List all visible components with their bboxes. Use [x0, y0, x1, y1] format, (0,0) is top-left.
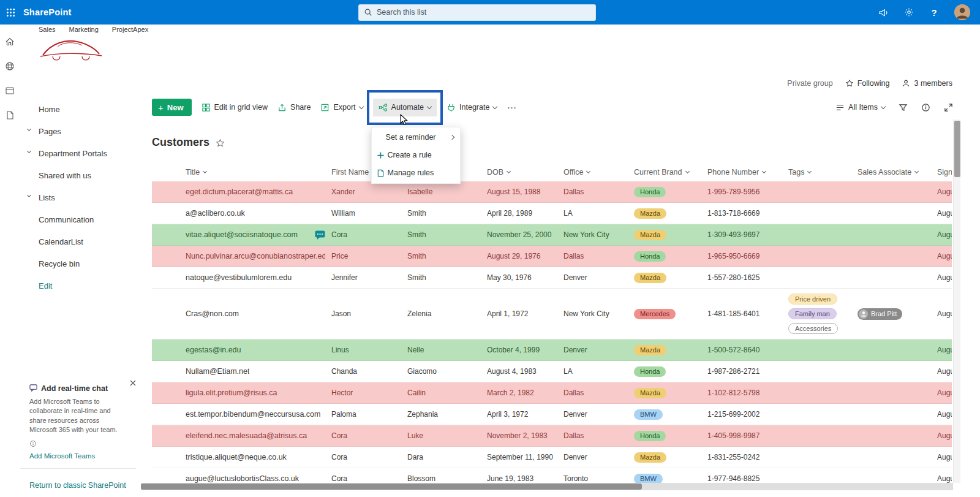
- cell-dob: October 4, 1999: [487, 346, 564, 354]
- table-row[interactable]: eget.dictum.placerat@mattis.caXanderIsab…: [152, 181, 952, 203]
- cell-phone-number: 1-405-998-9987: [707, 431, 788, 440]
- sidebar-item-communication[interactable]: Communication: [20, 208, 136, 230]
- menu-item-set-a-reminder[interactable]: Set a reminder: [372, 129, 460, 146]
- app-title[interactable]: SharePoint: [23, 7, 72, 17]
- comment-icon[interactable]: [315, 230, 325, 240]
- sidebar-item-label: Recycle bin: [39, 259, 80, 268]
- column-header-office[interactable]: Office: [564, 168, 634, 176]
- announcement-icon[interactable]: [878, 8, 889, 17]
- favorite-star-icon[interactable]: [216, 138, 225, 148]
- column-header-sign[interactable]: Sign: [937, 168, 952, 176]
- table-row[interactable]: Nunc.pulvinar.arcu@conubianostraper.eduP…: [152, 246, 952, 267]
- sidebar-item-label: Pages: [39, 127, 61, 136]
- sales-associate-pill[interactable]: Brad Pitt: [858, 308, 902, 320]
- members-label: 3 members: [914, 79, 952, 88]
- column-header-phone-number[interactable]: Phone Number: [707, 168, 788, 176]
- sidebar-item-department-portals[interactable]: Department Portals: [20, 142, 136, 164]
- close-icon[interactable]: [130, 380, 136, 386]
- menu-item-manage-rules[interactable]: Manage rules: [372, 164, 460, 182]
- share-button[interactable]: Share: [277, 103, 311, 112]
- following-button[interactable]: Following: [845, 79, 890, 88]
- cell-last-name: Dara: [407, 453, 487, 461]
- scrollbar-thumb[interactable]: [954, 121, 960, 177]
- edit-grid-view-button[interactable]: Edit in grid view: [202, 103, 268, 112]
- expand-icon[interactable]: [944, 103, 953, 112]
- chevron-down-icon: [27, 127, 31, 131]
- chevron-right-icon: [449, 135, 454, 140]
- hub-tab-sales[interactable]: Sales: [39, 26, 56, 33]
- table-row[interactable]: ligula.elit.pretium@risus.caHectorCailin…: [152, 382, 952, 404]
- horizontal-scrollbar[interactable]: [141, 483, 953, 490]
- app-launcher-icon[interactable]: [0, 0, 21, 25]
- table-row[interactable]: tristique.aliquet@neque.co.ukCoraDaraSep…: [152, 447, 952, 468]
- document-icon[interactable]: [5, 110, 15, 120]
- sidebar-item-home[interactable]: Home: [20, 98, 136, 120]
- column-header-sales-associate[interactable]: Sales Associate: [858, 168, 937, 176]
- column-header-title[interactable]: Title: [152, 168, 331, 176]
- table-row[interactable]: augue@luctuslobortisClass.co.ukCoraBloss…: [152, 468, 952, 483]
- menu-item-create-a-rule[interactable]: Create a rule: [372, 146, 460, 164]
- info-icon[interactable]: [29, 440, 137, 447]
- new-button[interactable]: + New: [152, 99, 192, 116]
- column-header-tags[interactable]: Tags: [788, 168, 858, 176]
- table-row[interactable]: eleifend.nec.malesuada@atrisus.caCoraLuk…: [152, 425, 952, 447]
- overflow-button[interactable]: …: [507, 100, 517, 115]
- teams-promo-panel: Add real-time chat Add Microsoft Teams t…: [29, 384, 137, 460]
- members-button[interactable]: 3 members: [902, 79, 952, 88]
- cell-title: natoque@vestibulumlorem.edu: [152, 273, 331, 282]
- automate-button[interactable]: Automate: [373, 99, 437, 116]
- cell-last-name: Isabelle: [407, 188, 487, 196]
- view-selector[interactable]: All Items: [835, 103, 885, 112]
- search-input[interactable]: [377, 8, 590, 17]
- search-box[interactable]: [358, 4, 596, 21]
- classic-sharepoint-link[interactable]: Return to classic SharePoint: [29, 481, 126, 490]
- vertical-scrollbar[interactable]: [953, 120, 960, 483]
- account-avatar[interactable]: [954, 4, 970, 20]
- hub-tab-projectapex[interactable]: ProjectApex: [112, 26, 148, 33]
- site-logo[interactable]: [39, 34, 103, 64]
- table-row[interactable]: natoque@vestibulumlorem.eduJenniferSmith…: [152, 267, 952, 289]
- help-icon[interactable]: ?: [929, 7, 939, 18]
- cell-dob: May 30, 1976: [487, 273, 564, 282]
- settings-gear-icon[interactable]: [904, 7, 914, 17]
- customers-table: TitleFirst NameLast NameDOBOfficeCurrent…: [152, 162, 952, 483]
- cell-last-name: Cailin: [407, 389, 487, 397]
- scrollbar-thumb[interactable]: [141, 484, 642, 490]
- chevron-down-icon: [427, 104, 432, 108]
- table-row[interactable]: Cras@non.comJasonZeleniaApril 1, 1972New…: [152, 289, 952, 340]
- following-label: Following: [858, 79, 890, 88]
- home-icon[interactable]: [5, 37, 15, 47]
- table-row[interactable]: vitae.aliquet@sociisnatoque.comCoraSmith…: [152, 224, 952, 246]
- list-title-row: Customers: [152, 136, 225, 149]
- brand-badge: Mazda: [634, 345, 666, 355]
- chevron-down-icon: [881, 104, 886, 108]
- export-button[interactable]: Export: [320, 103, 363, 112]
- column-header-current-brand[interactable]: Current Brand: [634, 168, 707, 176]
- title-text: natoque@vestibulumlorem.edu: [186, 273, 292, 282]
- add-teams-link[interactable]: Add Microsoft Teams: [29, 452, 137, 460]
- chevron-down-icon: [203, 169, 207, 173]
- table-row[interactable]: est.tempor.bibendum@neccursusa.comPaloma…: [152, 404, 952, 425]
- chevron-down-icon: [27, 149, 31, 153]
- sidebar-item-shared-with-us[interactable]: Shared with us: [20, 164, 136, 186]
- globe-icon[interactable]: [5, 61, 15, 71]
- sidebar-item-calendarlist[interactable]: CalendarList: [20, 230, 136, 252]
- sidebar-item-pages[interactable]: Pages: [20, 120, 136, 142]
- cell-sign: Augus: [937, 209, 952, 218]
- cell-phone-number: 1-977-946-8825: [707, 474, 788, 483]
- hub-tab-marketing[interactable]: Marketing: [69, 26, 99, 33]
- table-row[interactable]: a@aclibero.co.ukWilliamSmithApril 28, 19…: [152, 203, 952, 224]
- sidebar-item-lists[interactable]: Lists: [20, 186, 136, 208]
- sidebar-item-recycle-bin[interactable]: Recycle bin: [20, 252, 136, 275]
- table-row[interactable]: egestas@in.eduLinusNelleOctober 4, 1999D…: [152, 340, 952, 361]
- title-text: Cras@non.com: [186, 309, 239, 318]
- table-row[interactable]: Nullam@Etiam.netChandaGiacomoAugust 4, 1…: [152, 361, 952, 382]
- cell-current-brand: Mazda: [634, 388, 707, 398]
- info-icon[interactable]: [921, 103, 930, 112]
- sidebar-item-edit[interactable]: Edit: [20, 275, 136, 297]
- integrate-button[interactable]: Integrate: [447, 103, 497, 112]
- column-header-dob[interactable]: DOB: [487, 168, 564, 176]
- filter-icon[interactable]: [899, 103, 908, 112]
- panel-icon[interactable]: [5, 86, 15, 96]
- cell-dob: September 11, 1990: [487, 453, 564, 461]
